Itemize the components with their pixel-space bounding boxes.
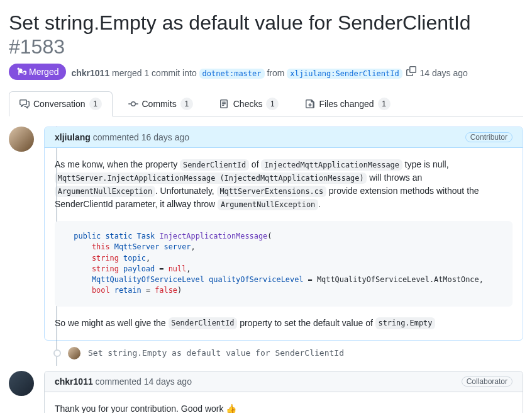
code-block: public static Task InjectApplicationMess… xyxy=(55,221,513,307)
git-commit-icon xyxy=(52,348,62,358)
tab-checks[interactable]: Checks 1 xyxy=(209,91,290,116)
head-branch[interactable]: xljiulang:SenderClientId xyxy=(287,69,402,79)
merge-meta: chkr1011 merged 1 commit into dotnet:mas… xyxy=(71,66,467,78)
merger-author-link[interactable]: chkr1011 xyxy=(71,68,109,78)
tab-checks-count: 1 xyxy=(266,98,279,110)
state-badge-merged: Merged xyxy=(9,64,66,80)
thumbs-up-icon: 👍 xyxy=(226,404,236,414)
comment-body: As me konw, when the property SenderClie… xyxy=(45,148,523,340)
comment-author-link[interactable]: xljiulang xyxy=(55,132,91,142)
checklist-icon xyxy=(219,99,230,109)
avatar[interactable] xyxy=(9,371,34,396)
commit-event: Set string.Empty as default value for Se… xyxy=(54,341,523,366)
avatar[interactable] xyxy=(9,127,34,152)
role-badge: Contributor xyxy=(465,132,513,142)
comment-discussion-icon xyxy=(19,99,30,109)
comment-timestamp[interactable]: 16 days ago xyxy=(141,132,189,142)
pr-title: Set string.Empty as default value for Se… xyxy=(9,10,471,35)
tab-conversation-count: 1 xyxy=(89,98,102,110)
commit-message-link[interactable]: Set string.Empty as default value for Se… xyxy=(88,348,344,358)
comment: xljiulang commented 16 days ago Contribu… xyxy=(44,127,523,341)
file-diff-icon xyxy=(305,99,315,109)
tab-commits[interactable]: Commits 1 xyxy=(118,91,204,116)
merged-time: 14 days ago xyxy=(419,68,467,78)
pr-number: #1583 xyxy=(9,35,65,59)
role-badge: Collaborator xyxy=(462,376,513,387)
tab-conversation[interactable]: Conversation 1 xyxy=(9,91,113,116)
comment-body: Thank you for your contribution. Good wo… xyxy=(45,392,523,414)
comment-author-link[interactable]: chkr1011 xyxy=(55,376,93,387)
comment: chkr1011 commented 14 days ago Collabora… xyxy=(44,371,523,414)
pr-tabs: Conversation 1 Commits 1 Checks 1 Files … xyxy=(9,91,523,116)
base-branch[interactable]: dotnet:master xyxy=(199,69,265,79)
git-commit-icon xyxy=(128,99,138,109)
tab-commits-count: 1 xyxy=(180,98,193,110)
state-label: Merged xyxy=(29,67,58,77)
comment-timestamp[interactable]: 14 days ago xyxy=(144,376,192,387)
avatar[interactable] xyxy=(68,347,80,359)
tab-files-changed[interactable]: Files changed 1 xyxy=(294,91,401,116)
merge-icon xyxy=(16,67,26,77)
tab-files-count: 1 xyxy=(378,98,391,110)
copy-branch-icon[interactable] xyxy=(406,66,416,76)
